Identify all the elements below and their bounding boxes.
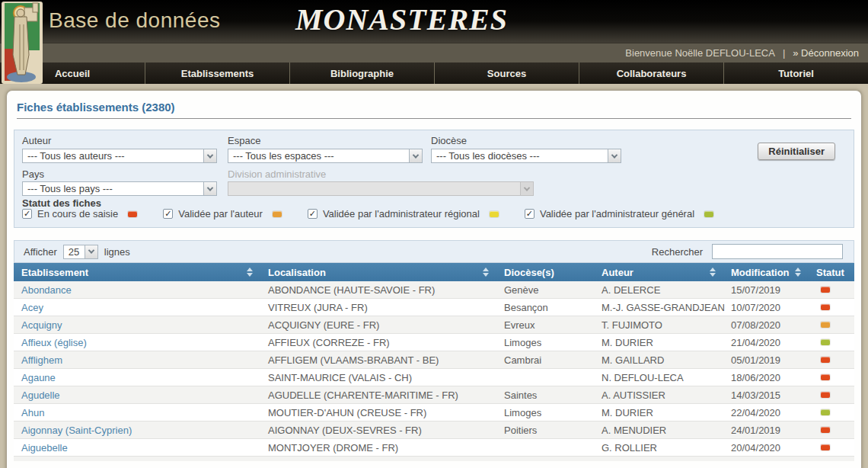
localisation-cell: SAINT-MAURICE (VALAIS - CH) bbox=[262, 369, 498, 386]
auteur-cell: T. FUJIMOTO bbox=[595, 316, 725, 333]
localisation-cell: MOUTIER-D'AHUN (CREUSE - FR) bbox=[262, 404, 498, 421]
status-filter-en-cours-de-saisie[interactable]: ✓En cours de saisie bbox=[22, 208, 137, 220]
etablissement-link[interactable]: Acquigny bbox=[21, 319, 62, 331]
auteur-cell: M. DURIER bbox=[595, 334, 725, 351]
etablissement-link[interactable]: Afflighem bbox=[21, 354, 62, 366]
diocese-label: Diocèse bbox=[431, 135, 467, 146]
nav-tab-tutoriel[interactable]: Tutoriel bbox=[723, 63, 868, 84]
diocese-cell: Besançon bbox=[498, 299, 595, 316]
column-header-modification[interactable]: Modification bbox=[725, 263, 810, 281]
pays-select[interactable]: --- Tous les pays --- bbox=[22, 181, 217, 196]
division-administrative-select bbox=[228, 181, 534, 196]
page-size-select[interactable]: 25 bbox=[63, 245, 98, 259]
chevron-down-icon bbox=[520, 182, 533, 195]
table-row: AceyVITREUX (JURA - FR)BesançonM.-J. GAS… bbox=[14, 299, 854, 316]
diocese-cell: Limoges bbox=[498, 404, 595, 421]
status-chip-red bbox=[821, 357, 830, 363]
status-filter-valide-e-par-l-administrateur-ge-ne-ral[interactable]: ✓Validée par l'administrateur général bbox=[525, 208, 713, 220]
modification-cell: 07/08/2020 bbox=[725, 316, 810, 333]
auteur-label: Auteur bbox=[22, 135, 51, 146]
etablissement-link[interactable]: Affieux (église) bbox=[21, 337, 87, 348]
table-controls: Afficher 25 lignes Rechercher bbox=[14, 240, 854, 263]
localisation-cell: ACQUIGNY (EURE - FR) bbox=[262, 316, 498, 333]
table-header: EtablissementLocalisationDiocèse(s)Auteu… bbox=[14, 263, 854, 281]
diocese-cell: Genève bbox=[498, 281, 595, 298]
checkbox-icon[interactable]: ✓ bbox=[163, 209, 173, 219]
status-chip-green bbox=[821, 409, 830, 415]
modification-cell: 20/04/2020 bbox=[725, 439, 810, 456]
table-row-partial bbox=[14, 457, 854, 461]
nav-tab-bibliographie[interactable]: Bibliographie bbox=[289, 63, 434, 84]
status-color-chip bbox=[490, 211, 499, 217]
chevron-down-icon bbox=[608, 149, 621, 162]
status-color-chip bbox=[704, 211, 713, 217]
table-body: AbondanceABONDANCE (HAUTE-SAVOIE - FR)Ge… bbox=[14, 281, 854, 457]
status-filter-valide-e-par-l-administrateur-re-gional[interactable]: ✓Validée par l'administrateur régional bbox=[308, 208, 499, 220]
checkbox-icon[interactable]: ✓ bbox=[22, 209, 32, 219]
etablissement-link[interactable]: Aiguebelle bbox=[21, 442, 68, 454]
search-input[interactable] bbox=[712, 244, 843, 259]
checkbox-icon[interactable]: ✓ bbox=[308, 209, 318, 219]
table-row: AgudelleAGUDELLE (CHARENTE-MARITIME - FR… bbox=[14, 386, 854, 404]
column-header-auteur[interactable]: Auteur bbox=[595, 263, 725, 281]
reset-button[interactable]: Réinitialiser bbox=[758, 143, 835, 160]
etablissement-link[interactable]: Ahun bbox=[21, 407, 44, 418]
auteur-select[interactable]: --- Tous les auteurs --- bbox=[22, 149, 217, 163]
column-header-etablissement[interactable]: Etablissement bbox=[14, 263, 262, 281]
monasteres-logo[interactable] bbox=[2, 2, 43, 84]
statut-cell bbox=[810, 316, 854, 333]
statut-cell bbox=[810, 334, 854, 351]
espace-label: Espace bbox=[228, 135, 260, 146]
statut-cell bbox=[810, 404, 854, 421]
diocese-select[interactable]: --- Tous les diocèses --- bbox=[431, 149, 621, 163]
lignes-label: lignes bbox=[104, 246, 130, 258]
localisation-cell: AFFIEUX (CORREZE - FR) bbox=[262, 334, 498, 351]
auteur-cell: M.-J. GASSE-GRANDJEAN bbox=[595, 299, 725, 316]
app-title: MONASTERES bbox=[295, 2, 508, 37]
status-filter-label: Validée par l'administrateur général bbox=[540, 208, 694, 220]
etablissement-link[interactable]: Acey bbox=[21, 302, 43, 313]
auteur-cell: A. MENUDIER bbox=[595, 422, 725, 438]
nav-tab-label: Sources bbox=[487, 68, 526, 79]
etablissement-link[interactable]: Agudelle bbox=[21, 389, 60, 401]
column-header-label: Localisation bbox=[268, 267, 326, 278]
auteur-cell: N. DEFLOU-LECA bbox=[595, 369, 725, 386]
status-filter-valide-e-par-l-auteur[interactable]: ✓Validée par l'auteur bbox=[163, 208, 282, 220]
main-nav: AccueilEtablissementsBibliographieSource… bbox=[0, 63, 868, 84]
diocese-cell bbox=[498, 369, 595, 386]
statut-cell bbox=[810, 351, 854, 368]
table-row: AgauneSAINT-MAURICE (VALAIS - CH)N. DEFL… bbox=[14, 369, 854, 386]
modification-cell: 21/04/2020 bbox=[725, 334, 810, 351]
rechercher-label: Rechercher bbox=[652, 246, 703, 258]
chevron-down-icon bbox=[203, 182, 216, 195]
page-title: Fiches établissements (2380) bbox=[17, 101, 851, 119]
etablissement-link[interactable]: Agaune bbox=[21, 372, 56, 383]
sort-icon[interactable] bbox=[247, 268, 253, 277]
nav-tab-label: Bibliographie bbox=[330, 68, 394, 79]
diocese-cell bbox=[498, 439, 595, 456]
etablissement-link[interactable]: Abondance bbox=[21, 284, 72, 296]
nav-tab-sources[interactable]: Sources bbox=[434, 63, 579, 84]
diocese-cell: Evreux bbox=[498, 316, 595, 333]
etablissement-link[interactable]: Aigonnay (Saint-Cyprien) bbox=[21, 425, 132, 436]
status-chip-red bbox=[821, 444, 830, 450]
statut-cell bbox=[810, 386, 854, 403]
modification-cell: 10/07/2020 bbox=[725, 299, 810, 316]
sort-icon[interactable] bbox=[710, 268, 716, 277]
nav-tab-etablissements[interactable]: Etablissements bbox=[145, 63, 289, 84]
pays-label: Pays bbox=[22, 168, 44, 180]
status-color-chip bbox=[128, 211, 137, 217]
column-header-localisation[interactable]: Localisation bbox=[262, 263, 498, 281]
status-chip-red bbox=[821, 392, 830, 398]
localisation-cell: AIGONNAY (DEUX-SEVRES - FR) bbox=[262, 422, 498, 438]
column-header-label: Statut bbox=[816, 267, 844, 278]
sort-icon[interactable] bbox=[795, 268, 801, 277]
status-color-chip bbox=[273, 211, 282, 217]
checkbox-icon[interactable]: ✓ bbox=[525, 209, 535, 219]
nav-tab-collaborateurs[interactable]: Collaborateurs bbox=[579, 63, 723, 84]
logout-link[interactable]: » Déconnexion bbox=[793, 47, 859, 59]
modification-cell: 15/07/2019 bbox=[725, 281, 810, 298]
sort-icon[interactable] bbox=[483, 268, 489, 277]
localisation-cell: AFFLIGEM (VLAAMS-BRABANT - BE) bbox=[262, 351, 498, 368]
espace-select[interactable]: --- Tous les espaces --- bbox=[228, 149, 423, 163]
